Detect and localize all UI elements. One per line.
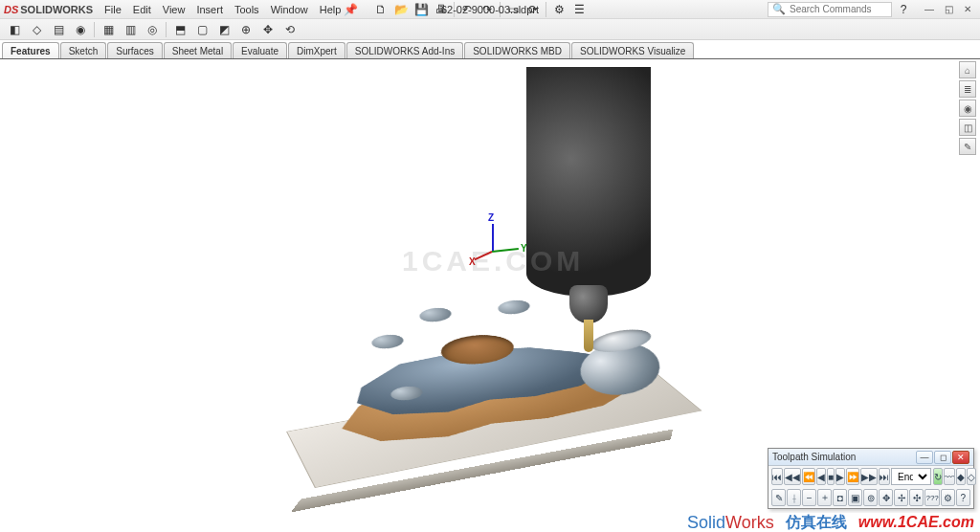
search-input[interactable] <box>790 4 887 14</box>
taskpane-home-icon[interactable]: ⌂ <box>959 61 976 78</box>
sim-play-back-icon[interactable]: ◀ <box>816 468 826 485</box>
sim-playback-row: ⏮ ◀◀ ⏪ ◀ ■ ▶ ⏩ ▶▶ ⏭ End ↻ 〰 ◆ ◇ <box>768 466 973 487</box>
menu-help[interactable]: Help <box>320 4 342 15</box>
app-logo: DS SOLIDWORKS <box>4 4 93 15</box>
footer-url: www.1CAE.com <box>858 514 974 531</box>
logo-ds: DS <box>4 4 18 15</box>
sim-maximize-icon[interactable]: ◻ <box>934 451 951 464</box>
rotate-icon[interactable]: ⟲ <box>279 20 301 39</box>
sim-rewind-icon[interactable]: ⏪ <box>802 468 815 485</box>
cube-icon[interactable]: ◇ <box>26 20 47 39</box>
sim-step-back-icon[interactable]: ◀◀ <box>784 468 801 485</box>
sim-options-row: ✎ ⟊ − ＋ ◘ ▣ ⊚ ✥ ✢ ✣ ??? ⚙ ? <box>768 487 973 508</box>
tab-surfaces[interactable]: Surfaces <box>107 42 162 58</box>
section-icon[interactable]: ▤ <box>48 20 69 39</box>
sim-step-fwd-icon[interactable]: ▶▶ <box>860 468 878 485</box>
appearance-icon[interactable]: ◉ <box>70 20 91 39</box>
sim-clamp-icon[interactable]: ◘ <box>833 489 847 506</box>
task-pane: ⌂ ≣ ◉ ◫ ✎ <box>959 61 976 155</box>
minimize-icon[interactable]: — <box>921 3 938 16</box>
tab-sheet-metal[interactable]: Sheet Metal <box>164 42 232 58</box>
part-boss <box>494 298 533 317</box>
filter-icon[interactable]: ◧ <box>4 20 25 39</box>
part-boss <box>415 305 455 324</box>
tab-sketch[interactable]: Sketch <box>60 42 107 58</box>
menu-tools[interactable]: Tools <box>234 4 259 15</box>
menu-file[interactable]: File <box>104 4 122 15</box>
save-icon[interactable]: 💾 <box>412 1 431 18</box>
sim-opts-icon[interactable]: ⚙ <box>941 489 955 506</box>
sim-pick-b-icon[interactable]: ✢ <box>894 489 908 506</box>
options-icon[interactable]: ⚙ <box>549 1 568 18</box>
view-iso-icon[interactable]: ◩ <box>213 20 234 39</box>
separator <box>94 22 95 37</box>
sim-bound-icon[interactable]: ▣ <box>848 489 862 506</box>
menu-view[interactable]: View <box>163 4 186 15</box>
sim-refresh-icon[interactable]: ↻ <box>933 468 943 485</box>
view-front-icon[interactable]: ▢ <box>191 20 212 39</box>
sim-tol-icon[interactable]: ??? <box>924 489 939 506</box>
pan-icon[interactable]: ✥ <box>257 20 278 39</box>
sim-stop-icon[interactable]: ■ <box>827 468 835 485</box>
open-icon[interactable]: 📂 <box>391 1 411 18</box>
new-icon[interactable]: 🗋 <box>371 1 390 18</box>
separator <box>166 22 167 37</box>
taskpane-decals-icon[interactable]: ◫ <box>959 119 976 136</box>
view-toolbar: ◧ ◇ ▤ ◉ ▦ ▥ ◎ ⬒ ▢ ◩ ⊕ ✥ ⟲ <box>0 19 980 40</box>
sim-pick-a-icon[interactable]: ✥ <box>879 489 893 506</box>
separator <box>546 2 546 17</box>
tab-dimxpert[interactable]: DimXpert <box>288 42 345 58</box>
taskpane-props-icon[interactable]: ✎ <box>959 138 976 155</box>
search-commands[interactable]: 🔍 <box>768 2 892 17</box>
sim-titlebar[interactable]: Toolpath Simulation — ◻ ✕ <box>768 449 973 466</box>
sim-close-icon[interactable]: ✕ <box>952 451 969 464</box>
footer: SolidWorks 仿真在线 www.1CAE.com <box>0 513 980 532</box>
menu-insert[interactable]: Insert <box>196 4 223 15</box>
view-normal-icon[interactable]: ⬒ <box>169 20 190 39</box>
menu-edit[interactable]: Edit <box>133 4 151 15</box>
document-name: 62-02-9000-03.sldprt <box>441 4 539 15</box>
sim-wire-icon[interactable]: ◇ <box>967 468 976 485</box>
logo-text: SOLIDWORKS <box>20 4 93 15</box>
scene-icon[interactable]: ▦ <box>98 20 119 39</box>
taskpane-layers-icon[interactable]: ≣ <box>959 80 976 98</box>
display-icon[interactable]: ▥ <box>120 20 141 39</box>
watermark: 1CAE.COM <box>402 245 584 277</box>
zoom-icon[interactable]: ⊕ <box>235 20 256 39</box>
help-icon[interactable]: ? <box>894 1 913 18</box>
settings-icon[interactable]: ☰ <box>569 1 589 18</box>
menu-window[interactable]: Window <box>271 4 308 15</box>
sim-help-icon[interactable]: ? <box>956 489 970 506</box>
sim-speed-down-icon[interactable]: − <box>802 489 816 506</box>
search-icon: 🔍 <box>772 3 786 15</box>
sim-solid-icon[interactable]: ◆ <box>956 468 966 485</box>
sim-toolpath-icon[interactable]: 〰 <box>944 468 955 485</box>
hide-icon[interactable]: ◎ <box>142 20 163 39</box>
main-menu: File Edit View Insert Tools Window Help <box>104 4 341 15</box>
footer-cn: 仿真在线 <box>786 513 847 533</box>
spindle-collet <box>569 285 608 323</box>
tab-features[interactable]: Features <box>2 42 59 58</box>
tab-visualize[interactable]: SOLIDWORKS Visualize <box>571 42 694 58</box>
tab-evaluate[interactable]: Evaluate <box>233 42 287 58</box>
model-scene <box>249 86 746 526</box>
sim-ffwd-icon[interactable]: ⏩ <box>846 468 859 485</box>
taskpane-appearance-icon[interactable]: ◉ <box>959 100 976 117</box>
tab-addins[interactable]: SOLIDWORKS Add-Ins <box>346 42 463 58</box>
sim-end-select[interactable]: End <box>891 468 931 485</box>
sim-minimize-icon[interactable]: — <box>916 451 933 464</box>
menu-pin-icon[interactable]: 📌 <box>341 1 360 18</box>
sim-pick-c-icon[interactable]: ✣ <box>909 489 924 506</box>
toolpath-simulation-window[interactable]: Toolpath Simulation — ◻ ✕ ⏮ ◀◀ ⏪ ◀ ■ ▶ ⏩… <box>768 448 974 509</box>
sim-speed-up-icon[interactable]: ＋ <box>817 489 832 506</box>
title-bar: DS SOLIDWORKS File Edit View Insert Tool… <box>0 0 980 19</box>
sim-play-icon[interactable]: ▶ <box>835 468 845 485</box>
sim-target-icon[interactable]: ⊚ <box>863 489 878 506</box>
sim-tool-icon[interactable]: ✎ <box>771 489 786 506</box>
sim-end-icon[interactable]: ⏭ <box>879 468 890 485</box>
sim-segment-icon[interactable]: ⟊ <box>787 489 801 506</box>
close-icon[interactable]: ✕ <box>959 3 976 16</box>
tab-mbd[interactable]: SOLIDWORKS MBD <box>464 42 570 58</box>
restore-icon[interactable]: ◱ <box>940 3 957 16</box>
sim-begin-icon[interactable]: ⏮ <box>771 468 783 485</box>
